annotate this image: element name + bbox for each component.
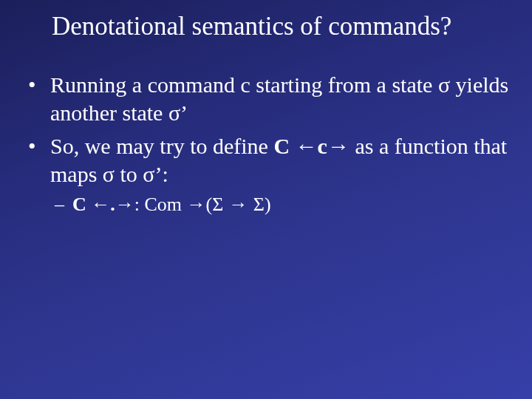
colon: :: [163, 162, 168, 186]
small-c: c: [318, 134, 327, 158]
bullet-1: Running a command c starting from a stat…: [22, 71, 510, 126]
slide-body: Running a command c starting from a stat…: [22, 71, 510, 217]
bullet-2: So, we may try to define C ←c→ as a func…: [22, 132, 510, 217]
big-sigma-symbol: Σ: [253, 194, 265, 215]
text: to: [115, 162, 143, 186]
lparen: (: [206, 194, 213, 215]
sigma-symbol: σ: [438, 72, 450, 97]
right-arrow-icon: →: [187, 193, 206, 215]
bullet-list: Running a command c starting from a stat…: [22, 71, 510, 217]
right-arrow-icon: →: [223, 193, 253, 215]
prime-symbol: ’: [155, 162, 163, 186]
rparen: ): [265, 194, 271, 215]
right-arrow-icon: →: [115, 193, 134, 215]
sigma-symbol: σ: [168, 100, 180, 125]
slide: Denotational semantics of commands? Runn…: [0, 0, 532, 399]
c-notation: C ←.→: [72, 194, 134, 215]
sub-bullet-1: C ←.→: Com →(Σ → Σ): [50, 192, 510, 217]
right-arrow-icon: →: [327, 134, 349, 158]
left-arrow-icon: ←: [296, 134, 318, 158]
sigma-symbol: σ: [143, 162, 154, 186]
prime-symbol: ’: [180, 100, 188, 125]
c-notation: C ←c→: [273, 134, 349, 158]
text: So, we may try to define: [50, 134, 273, 158]
slide-title: Denotational semantics of commands?: [52, 12, 510, 41]
sub-list: C ←.→: Com →(Σ → Σ): [50, 192, 510, 217]
big-c: C: [273, 134, 295, 158]
text: Running a command c starting from a stat…: [50, 72, 438, 97]
big-c: C: [72, 194, 91, 215]
left-arrow-icon: ←: [91, 193, 110, 215]
big-sigma-symbol: Σ: [212, 194, 223, 215]
text: : Com: [134, 194, 187, 215]
sigma-symbol: σ: [103, 162, 115, 186]
